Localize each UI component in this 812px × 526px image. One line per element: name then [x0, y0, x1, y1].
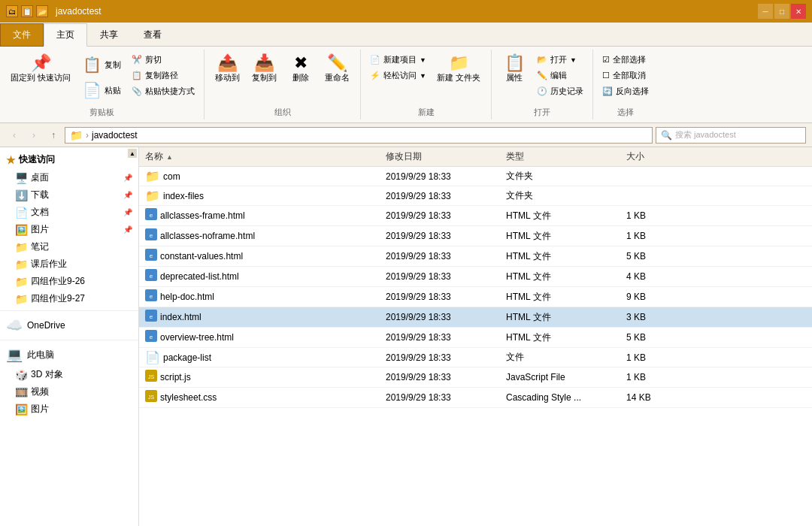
- file-name: allclasses-frame.html: [160, 210, 383, 221]
- copy-to-button[interactable]: 📥 复制到: [247, 53, 281, 85]
- html-icon: e: [145, 269, 157, 284]
- tab-home[interactable]: 主页: [44, 23, 87, 47]
- sidebar-scroll-up[interactable]: ▲: [128, 149, 137, 158]
- file-size: 5 KB: [626, 251, 686, 261]
- file-row[interactable]: e allclasses-noframe.html 2019/9/29 18:3…: [139, 226, 812, 246]
- delete-button[interactable]: ✖ 删除: [284, 53, 317, 85]
- file-row[interactable]: e constant-values.html 2019/9/29 18:33 H…: [139, 246, 812, 267]
- sidebar-this-pc[interactable]: 💻 此电脑: [0, 343, 138, 366]
- file-date: 2019/9/29 18:33: [386, 332, 506, 343]
- tab-share[interactable]: 共享: [87, 23, 131, 47]
- main-layout: ▲ ★ 快速访问 🖥️ 桌面 📌 ⬇️ 下载 📌 📄 文档 📌 🖼️ 图片 📌 …: [0, 147, 812, 526]
- sidebar-item-documents[interactable]: 📄 文档 📌: [0, 204, 138, 221]
- file-name: stylesheet.css: [160, 392, 383, 403]
- header-size[interactable]: 大小: [626, 150, 686, 163]
- sidebar-item-homework[interactable]: 📁 课后作业: [0, 255, 138, 273]
- pin-to-quick-access-button[interactable]: 📌 固定到 快速访问: [6, 53, 75, 85]
- sidebar-item-notes[interactable]: 📁 笔记: [0, 238, 138, 255]
- copy-button[interactable]: 📋 复制: [78, 53, 126, 77]
- file-size: 9 KB: [626, 292, 686, 302]
- group927-label: 四组作业9-27: [31, 292, 85, 305]
- sidebar-item-pictures2[interactable]: 🖼️ 图片: [0, 401, 138, 418]
- file-type: 文件: [506, 351, 626, 364]
- file-row[interactable]: 📁 index-files 2019/9/29 18:33 文件夹: [139, 186, 812, 206]
- title-icon-1[interactable]: 🗂: [6, 5, 18, 17]
- invert-label: 反向选择: [616, 86, 649, 97]
- new-folder-button[interactable]: 📁 新建 文件夹: [432, 53, 485, 85]
- easy-access-button[interactable]: ⚡ 轻松访问 ▼: [367, 68, 429, 83]
- file-name-cell: e allclasses-frame.html: [145, 208, 386, 223]
- sidebar-item-pictures[interactable]: 🖼️ 图片 📌: [0, 221, 138, 238]
- rename-button[interactable]: ✏️ 重命名: [320, 53, 354, 85]
- paste-shortcut-icon: 📎: [132, 86, 142, 96]
- file-row[interactable]: 📄 package-list 2019/9/29 18:33 文件 1 KB: [139, 348, 812, 367]
- address-bar[interactable]: 📁 › javadoctest: [65, 127, 653, 144]
- cut-label: 剪切: [145, 54, 162, 65]
- sidebar-item-group-9-27[interactable]: 📁 四组作业9-27: [0, 290, 138, 307]
- file-row[interactable]: e overview-tree.html 2019/9/29 18:33 HTM…: [139, 328, 812, 348]
- file-row[interactable]: JS stylesheet.css 2019/9/29 18:33 Cascad…: [139, 388, 812, 408]
- history-button[interactable]: 🕐 历史记录: [534, 84, 586, 98]
- forward-button[interactable]: ›: [26, 127, 42, 144]
- svg-text:e: e: [150, 252, 153, 259]
- sidebar-item-group-9-26[interactable]: 📁 四组作业9-26: [0, 273, 138, 290]
- file-row[interactable]: 📁 com 2019/9/29 18:33 文件夹: [139, 167, 812, 186]
- onedrive-label: OneDrive: [27, 320, 65, 331]
- onedrive-icon: ☁️: [6, 317, 23, 334]
- sidebar-onedrive[interactable]: ☁️ OneDrive: [0, 314, 138, 337]
- sidebar-item-desktop[interactable]: 🖥️ 桌面 📌: [0, 169, 138, 186]
- header-name[interactable]: 名称 ▲: [145, 150, 386, 163]
- open-button[interactable]: 📂 打开 ▼: [534, 53, 586, 67]
- maximize-button[interactable]: □: [774, 4, 789, 19]
- sidebar-item-3d[interactable]: 🎲 3D 对象: [0, 366, 138, 383]
- open-small-buttons: 📂 打开 ▼ ✏️ 编辑 🕐 历史记录: [534, 53, 586, 98]
- paste-label: 粘贴: [105, 85, 121, 96]
- title-icon-2[interactable]: 📋: [21, 5, 33, 17]
- properties-button[interactable]: 📋 属性: [498, 53, 531, 85]
- quick-access-header[interactable]: ★ 快速访问: [0, 150, 138, 169]
- select-none-button[interactable]: ☐ 全部取消: [599, 68, 652, 83]
- sidebar-item-video[interactable]: 🎞️ 视频: [0, 383, 138, 401]
- organize-label: 组织: [274, 104, 291, 118]
- copy-icon: 📋: [83, 56, 102, 74]
- html-icon: e: [145, 228, 157, 243]
- file-row[interactable]: e index.html 2019/9/29 18:33 HTML 文件 3 K…: [139, 307, 812, 328]
- paste-button[interactable]: 📄 粘贴: [78, 78, 126, 102]
- invert-selection-button[interactable]: 🔄 反向选择: [599, 84, 652, 98]
- file-name: script.js: [160, 372, 383, 382]
- tab-file[interactable]: 文件: [0, 23, 44, 47]
- ribbon-group-organize: 📤 移动到 📥 复制到 ✖ 删除 ✏️ 重命名 组织: [205, 50, 361, 119]
- select-all-button[interactable]: ☑ 全部选择: [599, 53, 652, 67]
- new-item-button[interactable]: 📄 新建项目 ▼: [367, 53, 429, 67]
- paste-shortcut-button[interactable]: 📎 粘贴快捷方式: [129, 84, 198, 98]
- copy-path-button[interactable]: 📋 复制路径: [129, 68, 198, 83]
- edit-button[interactable]: ✏️ 编辑: [534, 68, 586, 83]
- move-label: 移动到: [215, 73, 240, 83]
- move-to-button[interactable]: 📤 移动到: [211, 53, 244, 85]
- file-row[interactable]: e help-doc.html 2019/9/29 18:33 HTML 文件 …: [139, 287, 812, 307]
- file-row[interactable]: JS script.js 2019/9/29 18:33 JavaScript …: [139, 367, 812, 388]
- file-name: help-doc.html: [160, 292, 383, 302]
- file-type: HTML 文件: [506, 250, 626, 263]
- search-bar[interactable]: 🔍 搜索 javadoctest: [656, 127, 806, 144]
- file-row[interactable]: e deprecated-list.html 2019/9/29 18:33 H…: [139, 267, 812, 287]
- header-type[interactable]: 类型: [506, 150, 626, 163]
- history-label: 历史记录: [550, 86, 583, 97]
- file-type: HTML 文件: [506, 291, 626, 304]
- close-button[interactable]: ✕: [791, 4, 806, 19]
- delete-label: 删除: [292, 73, 309, 83]
- cut-button[interactable]: ✂️ 剪切: [129, 53, 198, 67]
- file-type: 文件夹: [506, 189, 626, 202]
- svg-text:JS: JS: [148, 374, 155, 379]
- tab-view[interactable]: 查看: [131, 23, 174, 47]
- header-date[interactable]: 修改日期: [386, 150, 506, 163]
- up-button[interactable]: ↑: [45, 127, 62, 144]
- title-icon-3[interactable]: 📂: [36, 5, 48, 17]
- select-buttons: ☑ 全部选择 ☐ 全部取消 🔄 反向选择: [599, 53, 652, 98]
- sidebar-item-downloads[interactable]: ⬇️ 下载 📌: [0, 186, 138, 204]
- file-name-cell: e constant-values.html: [145, 249, 386, 264]
- pin-indicator-2: 📌: [123, 191, 132, 199]
- file-row[interactable]: e allclasses-frame.html 2019/9/29 18:33 …: [139, 206, 812, 226]
- minimize-button[interactable]: ─: [758, 4, 773, 19]
- back-button[interactable]: ‹: [6, 127, 23, 144]
